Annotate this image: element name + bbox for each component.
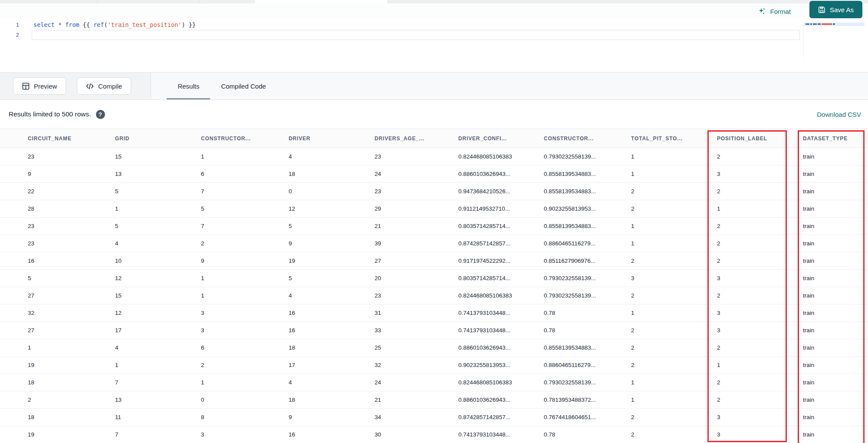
table-cell: 39 [375,235,458,252]
tab-divider [199,0,199,3]
table-cell: 15 [115,148,201,165]
preview-button[interactable]: Preview [13,77,66,95]
tab-results[interactable]: Results [167,73,210,99]
table-cell: 1 [201,287,289,304]
save-as-button[interactable]: Save As [809,1,862,18]
format-button[interactable]: Format [758,7,791,15]
format-label: Format [770,8,791,15]
table-cell: 20 [375,270,458,287]
table-cell: 32 [375,357,458,374]
current-line-highlight [32,30,800,40]
table-cell: 0.8860103626943... [458,391,544,409]
table-cell: 13 [115,165,201,183]
table-cell: 31 [375,304,458,322]
table-cell: 16 [289,322,375,339]
table-cell: 18 [289,391,375,409]
table-cell: 3 [717,304,803,322]
column-header[interactable]: TOTAL_PIT_STO... [631,129,717,148]
table-cell: 2 [717,339,803,357]
table-cell: 21 [375,391,458,409]
table-cell: 0.7813953488372... [544,391,631,409]
code-token-plain: ( [104,21,108,28]
table-cell: 3 [717,270,803,287]
table-cell: 12 [289,200,375,218]
tab-compiled-code[interactable]: Compiled Code [210,73,276,99]
table-cell: train [803,426,868,443]
code-icon [86,83,94,89]
table-cell: 32 [0,304,115,322]
table-row: 51215200.8035714285714...0.7930232558139… [0,270,868,287]
table-cell: 12 [115,270,201,287]
column-header[interactable]: POSITION_LABEL [717,129,803,148]
table-cell: 0.8860465116279... [544,357,631,374]
table-cell: 0.7930232558139... [544,148,631,165]
table-row: 23429390.8742857142857...0.8860465116279… [0,235,868,252]
table-cell: 1 [631,391,717,409]
table-cell: 0 [289,183,375,200]
tab-divider [388,0,388,3]
table-cell: train [803,200,868,218]
column-header[interactable]: GRID [115,129,201,148]
compile-button[interactable]: Compile [77,77,131,95]
code-editor[interactable]: 1 2 select * from {{ ref('train_test_pos… [0,18,868,72]
table-cell: 23 [0,218,115,235]
column-header[interactable]: CONSTRUCTOR... [201,129,289,148]
table-cell: 0.78 [544,304,631,322]
code-line[interactable]: select * from {{ ref('train_test_positio… [33,20,196,30]
line-number: 1 [0,20,19,30]
line-number: 2 [0,30,19,40]
table-cell: 1 [631,148,717,165]
table-cell: 3 [201,426,289,443]
download-csv-link[interactable]: Download CSV [817,111,861,118]
table-cell: 0.7413793103448... [458,304,544,322]
table-cell: 23 [375,148,458,165]
table-cell: 2 [717,287,803,304]
table-cell: 2 [631,287,717,304]
column-header[interactable]: CONSTRUCTOR... [544,129,631,148]
table-icon [22,83,30,90]
table-row: 2717316330.7413793103448...0.7823train [0,322,868,339]
tabs-region: Results Compiled Code [151,73,868,99]
table-cell: 0.824468085106383 [458,148,544,165]
table-cell: 27 [0,287,115,304]
results-limit-message: Results limited to 500 rows. ? [9,110,105,119]
table-cell: 0.824468085106383 [458,287,544,304]
table-cell: 4 [115,235,201,252]
table-cell: 19 [0,426,115,443]
tab-divider [97,0,98,3]
table-cell: 5 [289,218,375,235]
table-cell: 0.9023255813953... [458,357,544,374]
editor-minimap[interactable] [803,23,865,57]
table-cell: 1 [0,339,115,357]
table-cell: 12 [115,304,201,322]
table-cell: train [803,235,868,252]
table-cell: 11 [115,409,201,426]
table-cell: 23 [375,183,458,200]
table-cell: 3 [201,322,289,339]
table-row: 1610919270.9171974522292...0.85116279069… [0,252,868,270]
table-cell: 5 [115,183,201,200]
code-token-plain [62,21,65,28]
table-cell: 18 [0,409,115,426]
save-as-label: Save As [830,6,854,13]
column-header[interactable]: DRIVER_CONFI... [458,129,544,148]
column-header[interactable]: DATASET_TYPE [803,129,868,148]
table-cell: 6 [201,165,289,183]
help-icon[interactable]: ? [96,110,105,119]
table-cell: train [803,252,868,270]
table-cell: 2 [631,322,717,339]
table-cell: 3 [631,270,717,287]
table-cell: train [803,374,868,391]
table-cell: 16 [289,426,375,443]
column-header[interactable]: CIRCUIT_NAME [0,129,115,148]
table-row: 213018210.8860103626943...0.781395348837… [0,391,868,409]
table-cell: train [803,391,868,409]
results-limit-text: Results limited to 500 rows. [9,110,91,118]
table-cell: 2 [717,235,803,252]
table-cell: 5 [0,270,115,287]
column-header[interactable]: DRIVERS_AGE_... [375,129,458,148]
column-header[interactable]: DRIVER [289,129,375,148]
table-cell: 4 [289,287,375,304]
table-cell: 10 [115,252,201,270]
table-cell: 27 [0,322,115,339]
